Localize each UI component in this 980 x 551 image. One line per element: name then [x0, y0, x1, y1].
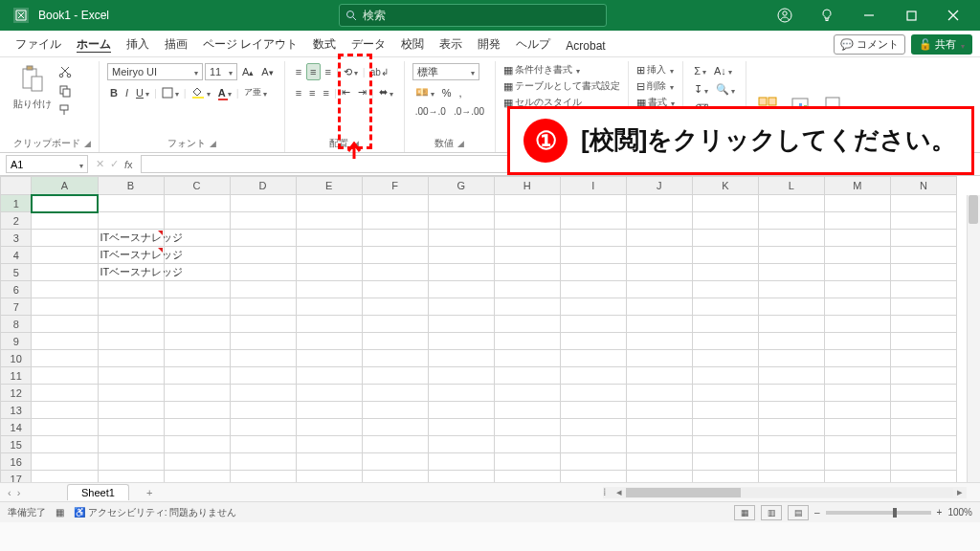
cell[interactable]	[32, 402, 98, 419]
paste-icon[interactable]	[17, 63, 48, 96]
page-layout-view-button[interactable]: ▥	[761, 505, 782, 520]
cell[interactable]	[560, 402, 626, 419]
fill-icon[interactable]: ↧	[691, 81, 711, 98]
cell[interactable]	[626, 281, 692, 298]
cell[interactable]	[494, 333, 560, 350]
cell[interactable]	[758, 195, 824, 212]
cell[interactable]	[692, 230, 758, 247]
cell[interactable]	[560, 316, 626, 333]
cell[interactable]	[32, 247, 98, 264]
cell[interactable]	[626, 264, 692, 281]
cell[interactable]	[164, 316, 230, 333]
cell[interactable]	[230, 281, 296, 298]
cell[interactable]	[32, 298, 98, 316]
decrease-font-icon[interactable]: A▾	[258, 64, 276, 79]
cell[interactable]	[692, 212, 758, 230]
cell[interactable]	[32, 385, 98, 402]
cell[interactable]	[362, 316, 428, 333]
cell[interactable]	[692, 419, 758, 436]
cell[interactable]	[32, 350, 98, 367]
cell[interactable]	[626, 402, 692, 419]
cell[interactable]	[824, 264, 890, 281]
cell[interactable]	[494, 350, 560, 367]
cell[interactable]	[494, 436, 560, 453]
cell[interactable]	[230, 230, 296, 247]
cell[interactable]	[692, 316, 758, 333]
cell[interactable]	[296, 436, 362, 453]
cell[interactable]	[692, 453, 758, 471]
cell[interactable]	[890, 247, 956, 264]
cell[interactable]	[98, 333, 164, 350]
column-header[interactable]: H	[494, 177, 560, 195]
cell[interactable]	[98, 195, 164, 212]
cell[interactable]	[824, 230, 890, 247]
cell[interactable]	[98, 350, 164, 367]
column-header[interactable]: B	[98, 177, 164, 195]
cell[interactable]	[824, 402, 890, 419]
italic-icon[interactable]: I	[122, 85, 131, 100]
dialog-launcher-icon[interactable]: ◢	[352, 139, 359, 148]
cell[interactable]	[296, 350, 362, 367]
tab-help[interactable]: ヘルプ	[508, 33, 558, 56]
fx-icon[interactable]: fx	[124, 159, 133, 170]
column-header[interactable]: D	[230, 177, 296, 195]
cell[interactable]	[164, 419, 230, 436]
cell[interactable]	[362, 419, 428, 436]
search-box[interactable]: 検索	[339, 4, 607, 27]
increase-indent-icon[interactable]: ⇥	[355, 84, 369, 100]
cell[interactable]	[494, 264, 560, 281]
cell[interactable]	[758, 333, 824, 350]
cell[interactable]	[230, 385, 296, 402]
row-header[interactable]: 10	[1, 350, 32, 367]
cell[interactable]	[560, 230, 626, 247]
row-header[interactable]: 15	[1, 436, 32, 453]
cell[interactable]	[296, 264, 362, 281]
sort-filter-icon[interactable]: A↓	[711, 63, 735, 78]
cell[interactable]	[428, 298, 494, 316]
cell[interactable]	[824, 385, 890, 402]
cell[interactable]	[164, 350, 230, 367]
dialog-launcher-icon[interactable]: ◢	[84, 139, 91, 148]
cell[interactable]	[890, 316, 956, 333]
cell[interactable]	[692, 281, 758, 298]
cell[interactable]	[626, 230, 692, 247]
cell[interactable]	[230, 316, 296, 333]
cell[interactable]	[494, 298, 560, 316]
tab-view[interactable]: 表示	[432, 33, 470, 56]
wrap-text-icon[interactable]: ab↲	[368, 65, 391, 79]
format-as-table-button[interactable]: ▦テーブルとして書式設定	[503, 79, 620, 93]
format-painter-icon[interactable]	[56, 101, 75, 119]
cell[interactable]	[890, 298, 956, 316]
merge-icon[interactable]: ⬌	[376, 84, 396, 100]
cell[interactable]	[362, 333, 428, 350]
cell[interactable]	[362, 436, 428, 453]
cell[interactable]	[626, 419, 692, 436]
cell[interactable]	[32, 453, 98, 471]
cell[interactable]	[296, 385, 362, 402]
cell[interactable]	[230, 350, 296, 367]
cell[interactable]	[32, 230, 98, 247]
tab-home[interactable]: ホーム	[69, 33, 119, 56]
minimize-button[interactable]	[852, 0, 886, 31]
cell[interactable]	[824, 453, 890, 471]
decrease-indent-icon[interactable]: ⇤	[339, 84, 353, 100]
cell[interactable]	[296, 419, 362, 436]
cell[interactable]	[428, 281, 494, 298]
cell[interactable]	[98, 385, 164, 402]
delete-cells-button[interactable]: ⊟削除	[636, 79, 674, 93]
align-bottom-icon[interactable]: ≡	[323, 64, 334, 79]
cell[interactable]	[692, 195, 758, 212]
cell[interactable]	[560, 212, 626, 230]
cell[interactable]	[362, 385, 428, 402]
cell[interactable]	[824, 350, 890, 367]
cell[interactable]	[626, 453, 692, 471]
cell[interactable]	[296, 212, 362, 230]
cell[interactable]	[758, 264, 824, 281]
cell[interactable]	[230, 264, 296, 281]
tab-formulas[interactable]: 数式	[305, 33, 344, 56]
cell[interactable]	[758, 212, 824, 230]
cell[interactable]	[296, 333, 362, 350]
row-header[interactable]: 2	[1, 212, 32, 230]
cell[interactable]	[494, 212, 560, 230]
row-header[interactable]: 3	[1, 230, 32, 247]
